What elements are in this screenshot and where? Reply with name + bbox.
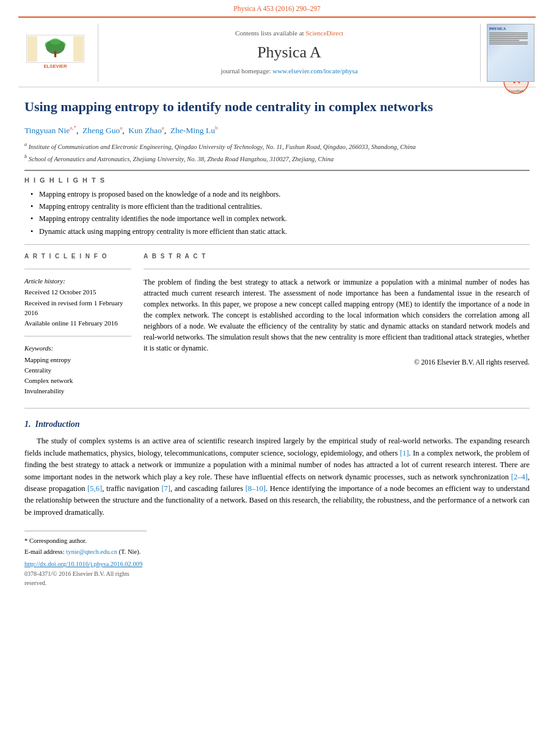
highlight-item-1: Mapping entropy is proposed based on the… <box>31 189 530 200</box>
abstract-text: The problem of finding the best strategy… <box>144 277 530 354</box>
svg-rect-1 <box>27 37 37 62</box>
elsevier-logo-svg: ELSEVIER <box>23 34 87 71</box>
keyword-3: Complex network <box>24 376 131 386</box>
footnote-area: * Corresponding author. E-mail address: … <box>24 531 147 587</box>
keywords-list: Mapping entropy Centrality Complex netwo… <box>24 355 131 396</box>
article-info-title: A R T I C L E I N F O <box>24 252 131 261</box>
svg-point-7 <box>49 38 60 45</box>
ref-8-10-link[interactable]: [8–10] <box>246 484 266 493</box>
inline-text-complex-network: complex network <box>427 449 480 457</box>
article-info-abstract-cols: A R T I C L E I N F O Article history: R… <box>24 252 530 397</box>
ref-7-link[interactable]: [7] <box>161 484 170 493</box>
author-lu-sup: b <box>215 125 218 131</box>
journal-header-center: Contents lists available at ScienceDirec… <box>98 24 481 82</box>
author-tingyuan-nie[interactable]: Tingyuan Nie <box>24 126 70 135</box>
author-guo-sup: a <box>120 125 122 131</box>
svg-text:CrossMark: CrossMark <box>509 89 524 93</box>
article-history: Article history: Received 12 October 201… <box>24 277 131 329</box>
keyword-4: Invulnerability <box>24 387 131 396</box>
body-top-divider <box>24 408 530 409</box>
author-zheng-guo[interactable]: Zheng Guo <box>82 126 120 135</box>
page: Physica A 453 (2016) 290–297 <box>0 0 554 756</box>
svg-rect-2 <box>73 37 82 62</box>
affiliation-b: b School of Aeronautics and Astronautics… <box>24 153 530 164</box>
abstract-title: A B S T R A C T <box>144 252 530 261</box>
keywords-divider <box>24 336 131 336</box>
ref-5-6-link[interactable]: [5,6] <box>87 484 102 493</box>
journal-citation-link[interactable]: Physica A 453 (2016) 290–297 <box>233 5 320 12</box>
journal-header: ELSEVIER Contents lists available at Sci… <box>18 16 536 87</box>
homepage-link[interactable]: www.elsevier.com/locate/physa <box>272 67 357 75</box>
abstract-divider <box>144 269 530 269</box>
corresponding-author-note: * Corresponding author. <box>24 536 147 545</box>
journal-thumbnail: PHYSICA <box>481 24 536 82</box>
section-1-paragraph-1: The study of complex systems is an activ… <box>24 435 530 518</box>
issn-line: 0378-4371/© 2016 Elsevier B.V. All right… <box>24 570 147 587</box>
keywords-label: Keywords: <box>24 344 131 354</box>
doi-link[interactable]: http://dx.doi.org/10.1016/j.physa.2016.0… <box>24 561 142 567</box>
section-1-number: 1. <box>24 420 31 429</box>
history-label: Article history: <box>24 277 131 286</box>
highlights-list: Mapping entropy is proposed based on the… <box>24 189 530 238</box>
email-link[interactable]: tynie@qtech.edu.cn <box>66 548 117 555</box>
author-zhao-sup: a <box>162 125 164 131</box>
available-date: Available online 11 February 2016 <box>24 319 131 329</box>
highlight-item-3: Mapping entropy centrality identifies th… <box>31 214 530 224</box>
revised-date: Received in revised form 1 February 2016 <box>24 299 131 318</box>
ref-2-4-link[interactable]: [2–4] <box>511 473 528 481</box>
keyword-1: Mapping entropy <box>24 355 131 365</box>
svg-rect-4 <box>54 51 56 57</box>
highlight-item-4: Dynamic attack using mapping entropy cen… <box>31 227 530 237</box>
elsevier-logo-area: ELSEVIER <box>18 24 98 82</box>
header-divider <box>24 170 530 171</box>
main-content: ✕ CrossMark Using mapping entropy to ide… <box>0 87 554 600</box>
contents-available-line: Contents lists available at ScienceDirec… <box>235 29 343 38</box>
received-date: Received 12 October 2015 <box>24 288 131 297</box>
sciencedirect-link[interactable]: ScienceDirect <box>305 29 343 37</box>
abstract-copyright: © 2016 Elsevier B.V. All rights reserved… <box>144 357 530 368</box>
journal-cover-thumb: PHYSICA <box>487 24 534 82</box>
section-1-heading: 1. Introduction <box>24 418 530 431</box>
right-column: A B S T R A C T The problem of finding t… <box>144 252 530 397</box>
email-suffix: (T. Nie). <box>117 548 140 555</box>
email-footnote: E-mail address: tynie@qtech.edu.cn (T. N… <box>24 547 147 556</box>
email-label: E-mail address: <box>24 548 65 555</box>
section-1-title: Introduction <box>35 420 80 429</box>
author-kun-zhao[interactable]: Kun Zhao <box>128 126 161 135</box>
journal-top-bar: Physica A 453 (2016) 290–297 <box>0 0 554 16</box>
journal-name-header: Physica A <box>257 41 321 64</box>
authors-line: Tingyuan Niea,*, Zheng Guoa, Kun Zhaoa, … <box>24 124 530 136</box>
article-title: Using mapping entropy to identify node c… <box>24 98 530 116</box>
keyword-2: Centrality <box>24 366 131 376</box>
author-zhe-ming-lu[interactable]: Zhe-Ming Lu <box>170 126 215 135</box>
svg-text:ELSEVIER: ELSEVIER <box>43 64 67 69</box>
highlights-divider <box>24 244 530 245</box>
keywords-section: Keywords: Mapping entropy Centrality Com… <box>24 344 131 396</box>
article-info-divider <box>24 269 131 269</box>
left-column: A R T I C L E I N F O Article history: R… <box>24 252 131 397</box>
highlights-section: H I G H L I G H T S Mapping entropy is p… <box>24 176 530 238</box>
inline-text-others: others <box>379 449 398 457</box>
homepage-line: journal homepage: www.elsevier.com/locat… <box>221 67 357 76</box>
ref-1-link[interactable]: [1] <box>400 449 409 457</box>
highlights-title: H I G H L I G H T S <box>24 176 530 186</box>
affiliation-a: a Institute of Communication and Electro… <box>24 141 530 151</box>
highlight-item-2: Mapping entropy centrality is more effic… <box>31 202 530 212</box>
author-nie-sup: a,* <box>70 125 76 131</box>
